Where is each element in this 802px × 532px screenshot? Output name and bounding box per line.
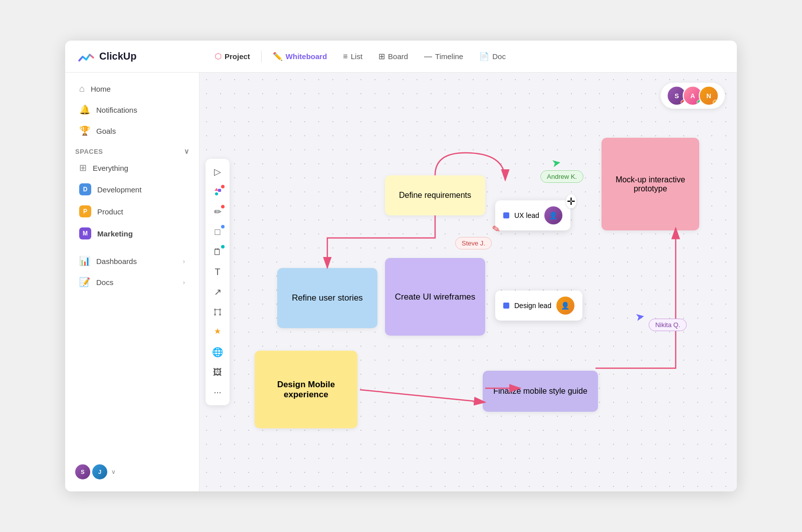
tab-whiteboard[interactable]: ✏️ Whiteboard — [266, 49, 334, 64]
sidebar-item-docs[interactable]: 📝 Docs › — [69, 272, 195, 293]
collab-avatars: S A N — [661, 83, 725, 109]
shapes-dot — [221, 185, 225, 188]
footer-avatar-1: S — [75, 464, 90, 479]
sidebar-item-dashboards[interactable]: 📊 Dashboards › — [69, 250, 195, 272]
toolbar-ai[interactable] — [209, 323, 227, 341]
collab-avatar-3: N — [699, 86, 719, 106]
tab-board[interactable]: ⊞ Board — [371, 49, 415, 64]
toolbar-pen[interactable]: ✏ — [209, 203, 227, 221]
everything-icon: ⊞ — [79, 162, 87, 173]
list-icon: ≡ — [343, 52, 347, 61]
app-window: ClickUp ⬡ Project ✏️ Whiteboard ≡ List ⊞… — [65, 41, 737, 491]
card-mockup-prototype[interactable]: Mock-up interactive prototype — [602, 138, 699, 230]
card-refine-user-stories[interactable]: Refine user stories — [277, 268, 377, 328]
ux-lead-avatar: 👤 — [544, 206, 562, 224]
design-lead-avatar: 👤 — [556, 297, 574, 315]
logo-area: ClickUp — [77, 48, 208, 66]
design-lead-card: Design lead 👤 — [495, 291, 582, 321]
whiteboard-canvas[interactable]: ▷ ✏ □ 🗒 T ↗ — [199, 73, 737, 491]
project-icon: ⬡ — [215, 52, 222, 61]
marketing-dot: M — [79, 227, 91, 239]
sidebar: ⌂ Home 🔔 Notifications 🏆 Goals Spaces ∨ … — [65, 73, 199, 491]
ux-dot — [503, 212, 509, 218]
footer-chevron-icon[interactable]: ∨ — [111, 468, 116, 475]
sidebar-item-goals[interactable]: 🏆 Goals — [69, 120, 195, 141]
toolbar-image[interactable]: 🖼 — [209, 363, 227, 381]
board-icon: ⊞ — [378, 52, 385, 61]
toolbar-text[interactable]: T — [209, 263, 227, 281]
sidebar-footer: S J ∨ — [65, 458, 199, 485]
docs-icon: 📝 — [79, 277, 90, 288]
avatar3-status-dot — [713, 100, 718, 105]
steve-bubble: Steve J. — [455, 237, 492, 249]
tab-project[interactable]: ⬡ Project — [208, 49, 257, 64]
rect-dot — [221, 225, 225, 228]
dashboards-chevron-icon: › — [183, 257, 185, 265]
tab-divider — [261, 51, 262, 63]
tab-timeline[interactable]: — Timeline — [417, 49, 470, 64]
move-icon: ✛ — [566, 194, 576, 208]
product-dot: P — [79, 205, 91, 217]
clickup-logo-icon — [77, 48, 95, 66]
sidebar-item-product[interactable]: P Product — [69, 200, 195, 222]
sidebar-item-everything[interactable]: ⊞ Everything — [69, 157, 195, 178]
toolbar-shapes[interactable] — [209, 183, 227, 201]
nav-tabs: ⬡ Project ✏️ Whiteboard ≡ List ⊞ Board —… — [208, 49, 513, 64]
sidebar-item-notifications[interactable]: 🔔 Notifications — [69, 99, 195, 120]
tab-list[interactable]: ≡ List — [336, 49, 369, 64]
toolbar-arrow[interactable]: ↗ — [209, 283, 227, 301]
svg-rect-0 — [218, 189, 221, 192]
tab-doc[interactable]: 📄 Doc — [472, 49, 513, 64]
note-dot — [221, 245, 225, 248]
card-design-mobile[interactable]: Design Mobile experience — [255, 351, 357, 428]
goals-icon: 🏆 — [79, 125, 90, 136]
development-dot: D — [79, 183, 91, 195]
footer-avatar-2: J — [92, 464, 107, 479]
card-create-ui-wireframes[interactable]: Create UI wireframes — [385, 258, 485, 336]
header: ClickUp ⬡ Project ✏️ Whiteboard ≡ List ⊞… — [65, 41, 737, 73]
toolbar-more[interactable]: ··· — [209, 383, 227, 401]
whiteboard-icon: ✏️ — [273, 52, 283, 61]
dashboards-icon: 📊 — [79, 255, 90, 267]
design-dot — [503, 303, 509, 309]
pen-dot — [221, 205, 225, 208]
spaces-section-header: Spaces ∨ — [65, 141, 199, 157]
sidebar-item-marketing[interactable]: M Marketing — [69, 222, 195, 244]
blue-arrow-cursor: ➤ — [635, 310, 646, 325]
timeline-icon: — — [424, 52, 432, 61]
ux-lead-card: UX lead 👤 ✛ — [495, 200, 570, 230]
toolbar-globe[interactable]: 🌐 — [209, 343, 227, 361]
toolbar-connect[interactable] — [209, 303, 227, 321]
card-define-requirements[interactable]: Define requirements — [385, 175, 485, 215]
sidebar-item-home[interactable]: ⌂ Home — [69, 79, 195, 99]
logo-text: ClickUp — [99, 51, 136, 62]
spaces-chevron-icon[interactable]: ∨ — [184, 147, 189, 155]
footer-avatars: S J — [75, 464, 107, 479]
green-arrow-cursor: ➤ — [551, 156, 562, 171]
nikita-bubble: Nikita Q. — [649, 319, 687, 331]
svg-point-1 — [215, 192, 218, 195]
andrew-bubble: Andrew K. — [540, 170, 583, 183]
body-area: ⌂ Home 🔔 Notifications 🏆 Goals Spaces ∨ … — [65, 73, 737, 491]
doc-icon: 📄 — [479, 52, 489, 61]
toolbar-note[interactable]: 🗒 — [209, 243, 227, 261]
sidebar-item-development[interactable]: D Development — [69, 178, 195, 200]
toolbar-rect[interactable]: □ — [209, 223, 227, 241]
toolbar-pointer[interactable]: ▷ — [209, 163, 227, 181]
home-icon: ⌂ — [79, 84, 85, 94]
canvas-toolbar: ▷ ✏ □ 🗒 T ↗ — [206, 159, 230, 405]
card-finalize-mobile[interactable]: Finalize mobile style guide — [483, 371, 598, 412]
bell-icon: 🔔 — [79, 104, 90, 115]
docs-chevron-icon: › — [183, 279, 185, 286]
